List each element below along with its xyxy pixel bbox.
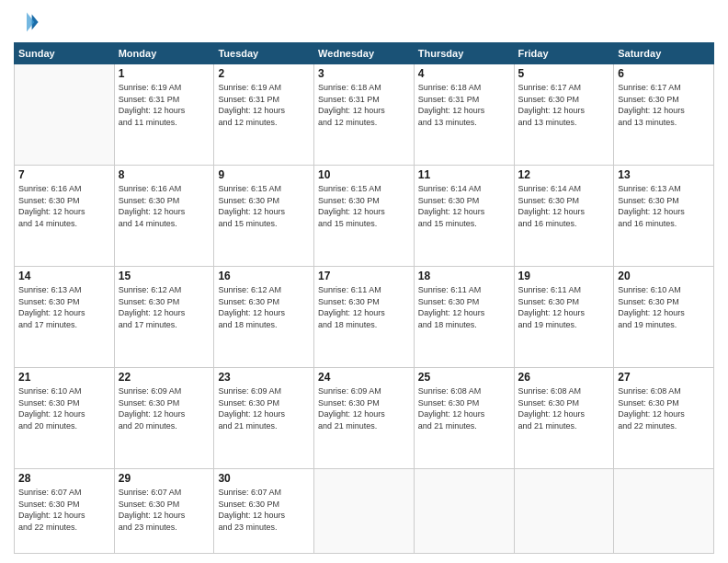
weekday-header-row: SundayMondayTuesdayWednesdayThursdayFrid… <box>15 43 714 64</box>
day-info: Sunrise: 6:15 AMSunset: 6:30 PMDaylight:… <box>318 183 410 229</box>
calendar-cell: 10Sunrise: 6:15 AMSunset: 6:30 PMDayligh… <box>314 166 415 267</box>
day-info: Sunrise: 6:13 AMSunset: 6:30 PMDaylight:… <box>18 284 110 330</box>
calendar-cell: 30Sunrise: 6:07 AMSunset: 6:30 PMDayligh… <box>214 469 314 554</box>
day-info: Sunrise: 6:19 AMSunset: 6:31 PMDaylight:… <box>218 82 310 128</box>
day-number: 24 <box>318 371 410 384</box>
day-number: 7 <box>18 168 110 181</box>
day-info: Sunrise: 6:19 AMSunset: 6:31 PMDaylight:… <box>119 82 210 128</box>
day-number: 30 <box>218 472 310 485</box>
day-info: Sunrise: 6:14 AMSunset: 6:30 PMDaylight:… <box>418 183 510 229</box>
logo <box>14 9 43 35</box>
page: SundayMondayTuesdayWednesdayThursdayFrid… <box>0 0 728 563</box>
calendar-cell: 17Sunrise: 6:11 AMSunset: 6:30 PMDayligh… <box>314 267 415 368</box>
calendar-cell: 4Sunrise: 6:18 AMSunset: 6:31 PMDaylight… <box>414 64 514 166</box>
calendar: SundayMondayTuesdayWednesdayThursdayFrid… <box>14 42 714 554</box>
day-number: 11 <box>418 168 510 181</box>
day-number: 28 <box>18 472 110 485</box>
day-info: Sunrise: 6:08 AMSunset: 6:30 PMDaylight:… <box>518 385 610 431</box>
day-info: Sunrise: 6:09 AMSunset: 6:30 PMDaylight:… <box>119 385 210 431</box>
day-info: Sunrise: 6:13 AMSunset: 6:30 PMDaylight:… <box>618 183 710 229</box>
calendar-cell: 21Sunrise: 6:10 AMSunset: 6:30 PMDayligh… <box>15 368 115 469</box>
calendar-cell: 23Sunrise: 6:09 AMSunset: 6:30 PMDayligh… <box>214 368 314 469</box>
day-number: 9 <box>218 168 310 181</box>
day-number: 29 <box>119 472 210 485</box>
day-info: Sunrise: 6:17 AMSunset: 6:30 PMDaylight:… <box>618 82 710 128</box>
calendar-cell: 11Sunrise: 6:14 AMSunset: 6:30 PMDayligh… <box>414 166 514 267</box>
day-number: 1 <box>119 67 210 80</box>
day-number: 27 <box>618 371 710 384</box>
calendar-cell <box>15 64 115 166</box>
calendar-cell: 25Sunrise: 6:08 AMSunset: 6:30 PMDayligh… <box>414 368 514 469</box>
day-number: 15 <box>119 270 210 282</box>
calendar-cell: 6Sunrise: 6:17 AMSunset: 6:30 PMDaylight… <box>614 64 714 166</box>
day-number: 3 <box>318 67 410 80</box>
day-info: Sunrise: 6:11 AMSunset: 6:30 PMDaylight:… <box>518 284 610 330</box>
day-number: 6 <box>618 67 710 80</box>
calendar-cell: 12Sunrise: 6:14 AMSunset: 6:30 PMDayligh… <box>514 166 614 267</box>
calendar-cell: 9Sunrise: 6:15 AMSunset: 6:30 PMDaylight… <box>214 166 314 267</box>
day-number: 18 <box>418 270 510 282</box>
calendar-cell: 15Sunrise: 6:12 AMSunset: 6:30 PMDayligh… <box>114 267 214 368</box>
calendar-cell <box>414 469 514 554</box>
day-info: Sunrise: 6:18 AMSunset: 6:31 PMDaylight:… <box>318 82 410 128</box>
week-row-2: 7Sunrise: 6:16 AMSunset: 6:30 PMDaylight… <box>15 166 714 267</box>
header <box>14 9 714 35</box>
calendar-cell: 28Sunrise: 6:07 AMSunset: 6:30 PMDayligh… <box>15 469 115 554</box>
calendar-cell <box>314 469 415 554</box>
calendar-cell: 18Sunrise: 6:11 AMSunset: 6:30 PMDayligh… <box>414 267 514 368</box>
calendar-cell <box>514 469 614 554</box>
weekday-header-tuesday: Tuesday <box>214 43 314 64</box>
calendar-cell: 14Sunrise: 6:13 AMSunset: 6:30 PMDayligh… <box>15 267 115 368</box>
calendar-cell: 24Sunrise: 6:09 AMSunset: 6:30 PMDayligh… <box>314 368 415 469</box>
day-info: Sunrise: 6:14 AMSunset: 6:30 PMDaylight:… <box>518 183 610 229</box>
calendar-cell <box>614 469 714 554</box>
weekday-header-friday: Friday <box>514 43 614 64</box>
day-info: Sunrise: 6:07 AMSunset: 6:30 PMDaylight:… <box>119 487 210 533</box>
week-row-5: 28Sunrise: 6:07 AMSunset: 6:30 PMDayligh… <box>15 469 714 554</box>
day-info: Sunrise: 6:09 AMSunset: 6:30 PMDaylight:… <box>218 385 310 431</box>
calendar-cell: 16Sunrise: 6:12 AMSunset: 6:30 PMDayligh… <box>214 267 314 368</box>
week-row-1: 1Sunrise: 6:19 AMSunset: 6:31 PMDaylight… <box>15 64 714 166</box>
day-info: Sunrise: 6:18 AMSunset: 6:31 PMDaylight:… <box>418 82 510 128</box>
calendar-cell: 2Sunrise: 6:19 AMSunset: 6:31 PMDaylight… <box>214 64 314 166</box>
week-row-4: 21Sunrise: 6:10 AMSunset: 6:30 PMDayligh… <box>15 368 714 469</box>
day-number: 13 <box>618 168 710 181</box>
day-number: 10 <box>318 168 410 181</box>
calendar-cell: 3Sunrise: 6:18 AMSunset: 6:31 PMDaylight… <box>314 64 415 166</box>
calendar-cell: 20Sunrise: 6:10 AMSunset: 6:30 PMDayligh… <box>614 267 714 368</box>
calendar-cell: 29Sunrise: 6:07 AMSunset: 6:30 PMDayligh… <box>114 469 214 554</box>
calendar-cell: 7Sunrise: 6:16 AMSunset: 6:30 PMDaylight… <box>15 166 115 267</box>
day-info: Sunrise: 6:17 AMSunset: 6:30 PMDaylight:… <box>518 82 610 128</box>
calendar-cell: 27Sunrise: 6:08 AMSunset: 6:30 PMDayligh… <box>614 368 714 469</box>
day-number: 20 <box>618 270 710 282</box>
day-info: Sunrise: 6:07 AMSunset: 6:30 PMDaylight:… <box>18 487 110 533</box>
day-info: Sunrise: 6:12 AMSunset: 6:30 PMDaylight:… <box>119 284 210 330</box>
day-number: 23 <box>218 371 310 384</box>
day-number: 4 <box>418 67 510 80</box>
day-number: 21 <box>18 371 110 384</box>
day-number: 22 <box>119 371 210 384</box>
day-info: Sunrise: 6:09 AMSunset: 6:30 PMDaylight:… <box>318 385 410 431</box>
day-number: 5 <box>518 67 610 80</box>
logo-icon <box>14 9 40 35</box>
day-number: 14 <box>18 270 110 282</box>
svg-marker-1 <box>27 13 34 32</box>
weekday-header-monday: Monday <box>114 43 214 64</box>
calendar-cell: 26Sunrise: 6:08 AMSunset: 6:30 PMDayligh… <box>514 368 614 469</box>
day-number: 8 <box>119 168 210 181</box>
day-info: Sunrise: 6:07 AMSunset: 6:30 PMDaylight:… <box>218 487 310 533</box>
day-info: Sunrise: 6:16 AMSunset: 6:30 PMDaylight:… <box>18 183 110 229</box>
day-number: 12 <box>518 168 610 181</box>
day-number: 2 <box>218 67 310 80</box>
calendar-cell: 1Sunrise: 6:19 AMSunset: 6:31 PMDaylight… <box>114 64 214 166</box>
calendar-cell: 5Sunrise: 6:17 AMSunset: 6:30 PMDaylight… <box>514 64 614 166</box>
day-number: 25 <box>418 371 510 384</box>
day-number: 16 <box>218 270 310 282</box>
calendar-cell: 22Sunrise: 6:09 AMSunset: 6:30 PMDayligh… <box>114 368 214 469</box>
day-info: Sunrise: 6:12 AMSunset: 6:30 PMDaylight:… <box>218 284 310 330</box>
day-info: Sunrise: 6:11 AMSunset: 6:30 PMDaylight:… <box>418 284 510 330</box>
weekday-header-thursday: Thursday <box>414 43 514 64</box>
calendar-cell: 8Sunrise: 6:16 AMSunset: 6:30 PMDaylight… <box>114 166 214 267</box>
day-number: 19 <box>518 270 610 282</box>
day-number: 17 <box>318 270 410 282</box>
